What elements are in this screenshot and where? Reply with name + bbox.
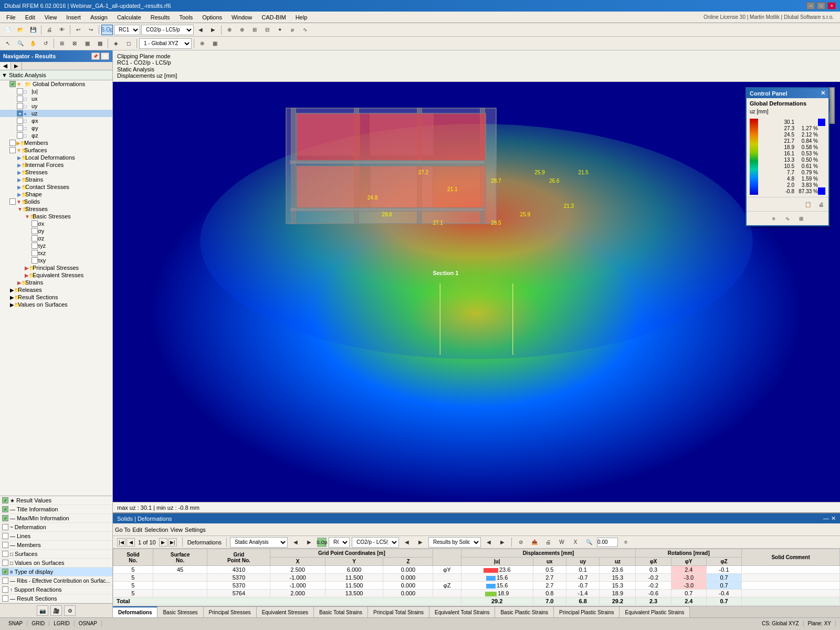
cp-print-btn[interactable]: 🖨 — [815, 199, 827, 209]
toolbar2-render[interactable]: ◈ — [110, 38, 122, 49]
tree-sigma-z[interactable]: σz — [0, 235, 112, 242]
menu-view[interactable]: View — [40, 13, 61, 22]
toolbar2-axes[interactable]: ⊕ — [196, 38, 208, 49]
tree-phix[interactable]: □ φx — [0, 117, 112, 124]
toolbar2-coord-select[interactable]: 1 - Global XYZ — [139, 38, 192, 49]
bt-view[interactable]: View — [170, 527, 183, 533]
nav-result-values[interactable]: ✓ ★ Result Values — [0, 496, 112, 505]
tab-equivalent-stresses[interactable]: Equivalent Stresses — [257, 606, 314, 617]
minimize-button[interactable]: ─ — [806, 2, 815, 9]
menu-assign[interactable]: Assign — [86, 13, 112, 22]
tab-basic-total-strains[interactable]: Basic Total Strains — [314, 606, 368, 617]
tree-basic-stresses[interactable]: ▼📁 Basic Stresses — [0, 213, 112, 220]
tree-global-deformations[interactable]: ✓ ▼ 📁 Global Deformations — [0, 80, 112, 88]
tree-internal-forces[interactable]: ▶📁 Internal Forces — [0, 161, 112, 169]
nav-cb-ti[interactable]: ✓ — [2, 506, 8, 512]
tree-contact-stresses[interactable]: ▶📁 Contact Stresses — [0, 183, 112, 191]
analysis-next[interactable]: ▶ — [303, 537, 315, 548]
load-prev[interactable]: ◀ — [401, 537, 413, 548]
results-prev[interactable]: ◀ — [483, 537, 495, 548]
close-button[interactable]: ✕ — [827, 2, 836, 9]
nav-cb-vs[interactable] — [2, 560, 8, 566]
toolbar-rc-select[interactable]: RC1 — [114, 25, 140, 35]
page-first[interactable]: |◀ — [117, 538, 125, 547]
page-last[interactable]: ▶| — [169, 538, 177, 547]
tree-principal-stresses[interactable]: ▶📁 Principal Stresses — [0, 264, 112, 271]
tree-equiv-stresses[interactable]: ▶📁 Equivalent Stresses — [0, 271, 112, 279]
tree-shape[interactable]: ▶📁 Shape — [0, 191, 112, 198]
tab-principal-stresses[interactable]: Principal Stresses — [204, 606, 257, 617]
tree-uy[interactable]: □ uy — [0, 102, 112, 110]
tree-cb-uz[interactable]: ● — [17, 110, 23, 117]
nav-pin[interactable]: 📌 — [91, 52, 100, 60]
toolbar2-rotate[interactable]: ↺ — [40, 38, 51, 49]
toolbar-btn-d[interactable]: ⊟ — [261, 25, 273, 35]
toolbar2-view-top[interactable]: ⊠ — [69, 38, 80, 49]
3d-viewport[interactable]: Section 1 27.2 24.8 21.1 28.7 25.9 21.5 … — [113, 82, 840, 502]
toolbar2-view-all[interactable]: ⊞ — [56, 38, 68, 49]
tree-strains[interactable]: ▶📁 Strains — [0, 176, 112, 183]
nav-cb-rs[interactable] — [2, 595, 8, 602]
bt-goto[interactable]: Go To — [115, 527, 130, 533]
bp-close[interactable]: ✕ — [831, 515, 836, 522]
bt-settings[interactable]: Settings — [185, 527, 206, 533]
nav-deformation[interactable]: ~ Deformation — [0, 523, 112, 532]
toolbar2-grid[interactable]: ▦ — [209, 38, 220, 49]
tree-surfaces[interactable]: ▼📁 Surfaces — [0, 146, 112, 154]
tree-cb-uy[interactable] — [17, 103, 23, 109]
tree-sigma-y[interactable]: σy — [0, 227, 112, 235]
tree-values-surfaces[interactable]: ▶📁 Values on Surfaces — [0, 301, 112, 308]
tab-principal-plastic-strains[interactable]: Principal Plastic Strains — [554, 606, 620, 617]
toolbar-btn-e[interactable]: ✦ — [274, 25, 286, 35]
results-by[interactable]: Results by Solid — [428, 537, 481, 548]
tree-phiz[interactable]: □ φz — [0, 132, 112, 139]
menu-tools[interactable]: Tools — [175, 13, 197, 22]
menu-edit[interactable]: Edit — [21, 13, 39, 22]
tab-basic-stresses[interactable]: Basic Stresses — [158, 606, 203, 617]
toolbar2-wire[interactable]: ◻ — [123, 38, 134, 49]
toolbar-print[interactable]: 🖨 — [44, 25, 55, 35]
toolbar2-view-side[interactable]: ▩ — [94, 38, 106, 49]
nav-cb-mm[interactable]: ✓ — [2, 515, 8, 521]
options-btn[interactable]: ≡ — [620, 537, 632, 548]
export-btn[interactable]: 📤 — [529, 537, 540, 548]
tree-ux[interactable]: □ ux — [0, 95, 112, 102]
status-lgrid[interactable]: LGRID — [49, 621, 75, 626]
tree-tau-yz[interactable]: τyz — [0, 242, 112, 249]
nav-cb-rv[interactable]: ✓ — [2, 497, 8, 503]
tab-equivalent-plastic-strains[interactable]: Equivalent Plastic Strains — [620, 606, 690, 617]
tree-cb-phiz[interactable] — [17, 132, 23, 139]
nav-support-reactions[interactable]: ↑ Support Reactions — [0, 585, 112, 594]
nav-close[interactable]: ✕ — [101, 52, 109, 60]
nav-cb-def[interactable] — [2, 524, 8, 530]
analysis-select[interactable]: Static Analysis — [230, 537, 288, 548]
xls-btn[interactable]: X — [570, 537, 581, 548]
tree-uz[interactable]: ● ● uz — [0, 110, 112, 117]
menu-file[interactable]: File — [2, 13, 20, 22]
nav-tab-results[interactable]: ◀ — [0, 62, 11, 70]
toolbar-nav-next[interactable]: ▶ — [207, 25, 219, 35]
menu-results[interactable]: Results — [146, 13, 174, 22]
tree-cb-sy[interactable] — [32, 228, 38, 234]
toolbar-redo[interactable]: ↪ — [85, 25, 97, 35]
tab-principal-total-strains[interactable]: Principal Total Strains — [368, 606, 429, 617]
cp-close-btn[interactable]: ✕ — [821, 90, 825, 97]
nav-cb-sb[interactable] — [2, 551, 8, 557]
toolbar-btn-g[interactable]: ∿ — [299, 25, 311, 35]
toolbar-undo[interactable]: ↩ — [72, 25, 84, 35]
nav-ribs[interactable]: — Ribs - Effective Contribution on Surfa… — [0, 576, 112, 585]
bp-minimize[interactable]: — — [823, 515, 829, 522]
tree-cb-sz[interactable] — [32, 235, 38, 242]
tree-local-def[interactable]: ▶📁 Local Deformations — [0, 154, 112, 161]
filter-btn[interactable]: ⊘ — [515, 537, 527, 548]
nav-surfaces-bottom[interactable]: □ Surfaces — [0, 550, 112, 559]
toolbar-preview[interactable]: 👁 — [56, 25, 68, 35]
nav-result-sections-bottom[interactable]: — Result Sections — [0, 594, 112, 603]
toolbar-new[interactable]: 📄 — [2, 25, 14, 35]
nav-cb-sr[interactable] — [2, 586, 8, 593]
tree-tau-xy[interactable]: τxy — [0, 257, 112, 264]
tree-tau-xz[interactable]: τxz — [0, 249, 112, 257]
tree-members[interactable]: ▶📁 Members — [0, 139, 112, 146]
tree-solids-stresses[interactable]: ▼📁 Stresses — [0, 205, 112, 213]
toolbar-btn-a[interactable]: ⊕ — [224, 25, 235, 35]
